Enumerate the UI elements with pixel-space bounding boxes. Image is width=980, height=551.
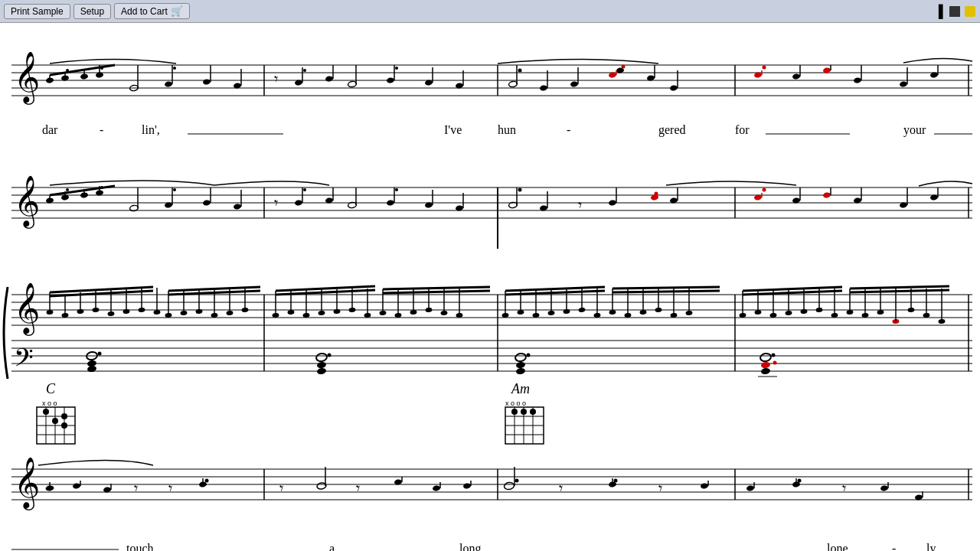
svg-point-119 [518, 188, 522, 192]
sheet-music-svg: 𝄞 [0, 23, 980, 551]
svg-point-14 [66, 69, 69, 72]
svg-point-99 [202, 200, 211, 207]
svg-line-203 [383, 287, 490, 289]
close-icon[interactable] [965, 6, 975, 17]
lyric-ly: ly [926, 542, 936, 551]
lyric-a: a [329, 542, 335, 551]
svg-point-133 [822, 192, 831, 199]
lyric-gered: gered [658, 123, 686, 137]
svg-point-24 [173, 67, 176, 70]
svg-point-355 [880, 485, 888, 492]
svg-point-286 [316, 367, 326, 375]
minimize-icon[interactable]: ▐ [934, 6, 945, 17]
svg-point-294 [773, 361, 777, 365]
svg-point-340 [462, 483, 471, 490]
svg-point-342 [504, 481, 514, 490]
svg-point-112 [395, 188, 398, 191]
svg-point-289 [515, 361, 525, 369]
chord-am-fingering: x o o o [505, 399, 526, 407]
svg-point-61 [792, 73, 800, 80]
svg-point-353 [798, 479, 802, 483]
print-sample-label: Print Sample [11, 6, 64, 17]
svg-point-31 [303, 69, 306, 72]
rest-1: 𝄾 [274, 76, 278, 82]
svg-point-314 [521, 409, 527, 415]
lyric-your: your [903, 123, 926, 137]
svg-point-32 [325, 76, 333, 83]
svg-point-305 [61, 413, 67, 419]
rest-row4-4: 𝄾 [356, 485, 360, 491]
svg-point-22 [164, 81, 172, 88]
svg-point-306 [61, 422, 67, 429]
svg-point-287 [514, 353, 527, 362]
maximize-icon[interactable] [949, 6, 960, 17]
svg-point-34 [348, 81, 357, 88]
svg-line-234 [612, 291, 720, 292]
svg-point-130 [763, 188, 766, 192]
svg-point-101 [233, 204, 241, 210]
svg-point-292 [772, 354, 776, 357]
lyric-lin: lin', [142, 123, 160, 136]
svg-point-350 [746, 485, 754, 492]
window-controls: ▐ [934, 6, 975, 17]
add-to-cart-button[interactable]: Add to Cart 🛒 [114, 3, 190, 19]
rest-row4-1: 𝄾 [134, 485, 138, 491]
lyric-dash2: - [567, 123, 570, 136]
svg-line-9 [50, 65, 115, 75]
svg-point-283 [315, 353, 328, 362]
svg-point-284 [328, 354, 332, 357]
svg-point-48 [570, 81, 578, 88]
cart-icon: 🛒 [171, 5, 183, 17]
svg-point-304 [52, 418, 58, 424]
svg-point-110 [386, 200, 394, 207]
svg-point-56 [669, 85, 678, 92]
svg-point-51 [622, 65, 626, 69]
svg-point-60 [763, 66, 766, 70]
svg-point-348 [700, 483, 708, 490]
chord-am-label: Am [511, 381, 530, 396]
svg-point-43 [508, 81, 518, 88]
lyric-ive: I've [444, 123, 462, 136]
svg-point-338 [432, 485, 440, 492]
svg-point-105 [303, 188, 306, 191]
staff-row-1: 𝄞 [11, 51, 972, 105]
rest-row4-7: 𝄾 [842, 485, 846, 491]
svg-point-103 [294, 200, 302, 207]
treble-clef-4: 𝄞 [14, 457, 40, 510]
lyric-for: for [735, 123, 750, 136]
setup-button[interactable]: Setup [74, 4, 111, 19]
svg-point-45 [518, 69, 522, 73]
lyric-touch: touch [126, 542, 154, 551]
chord-c-label: C [46, 381, 56, 396]
lyric-ly-dash: - [892, 542, 896, 551]
svg-point-313 [511, 409, 518, 415]
svg-point-344 [515, 479, 519, 483]
svg-point-295 [760, 367, 770, 375]
svg-point-19 [100, 67, 103, 70]
lyric-dar: dar [42, 123, 58, 136]
treble-clef-2: 𝄞 [14, 175, 40, 229]
staff-row-3: 𝄞 𝄢 [4, 282, 972, 379]
svg-point-87 [66, 188, 69, 191]
svg-point-122 [608, 200, 616, 207]
lyric-hun: hun [498, 123, 516, 136]
svg-point-125 [655, 192, 658, 196]
rest-row4-6: 𝄾 [658, 485, 662, 491]
svg-point-315 [530, 409, 536, 415]
svg-point-67 [899, 81, 907, 88]
svg-point-98 [173, 188, 176, 191]
lyric-long: long, [459, 542, 484, 551]
svg-point-285 [316, 361, 326, 369]
svg-point-303 [43, 409, 49, 415]
svg-line-204 [383, 291, 490, 293]
svg-point-65 [853, 77, 861, 84]
svg-point-346 [614, 479, 618, 483]
rest-row4-2: 𝄾 [168, 485, 172, 491]
print-sample-button[interactable]: Print Sample [4, 4, 70, 19]
svg-point-46 [539, 85, 547, 92]
setup-label: Setup [80, 6, 104, 17]
svg-point-280 [98, 352, 102, 356]
add-to-cart-label: Add to Cart [121, 6, 168, 17]
staff-row-2: 𝄞 [11, 175, 972, 249]
svg-point-36 [386, 77, 394, 84]
